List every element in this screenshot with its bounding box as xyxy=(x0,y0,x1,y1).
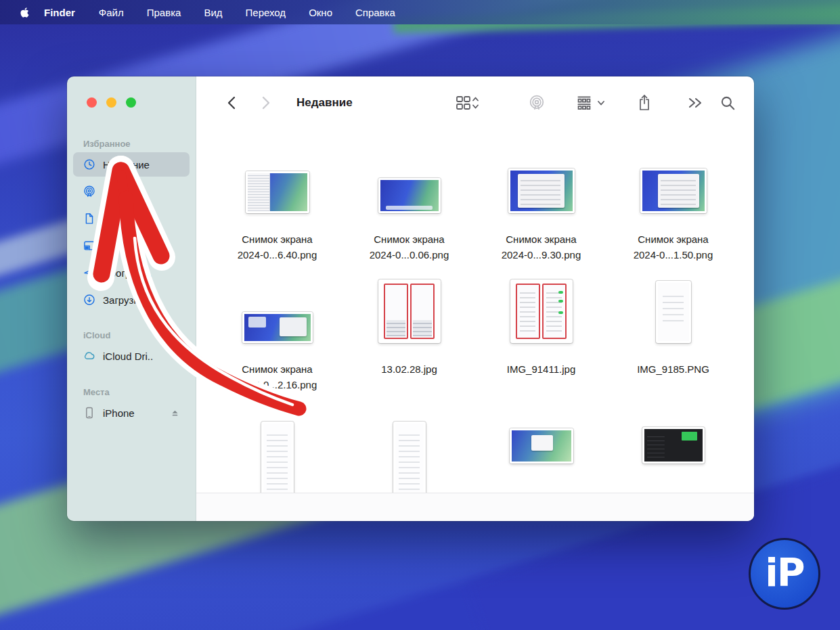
file-name: Снимок экрана2024-0...0.06.png xyxy=(370,231,449,263)
file-thumbnail-wrap xyxy=(510,415,573,476)
file-grid: Снимок экрана2024-0...6.40.pngСнимок экр… xyxy=(196,129,754,493)
sidebar-item-label: iCloud Dri.. xyxy=(103,351,153,362)
sidebar-item-label: Програм... xyxy=(103,267,152,279)
sidebar-item-icloud-dri-[interactable]: iCloud Dri.. xyxy=(73,344,190,368)
sidebar-section-header: Места xyxy=(83,387,196,397)
sidebar-section: ИзбранноеНедавниеAirDropДокумен...Програ… xyxy=(67,139,196,312)
more-toolbar-items-icon[interactable] xyxy=(686,95,704,111)
forward-icon[interactable] xyxy=(258,95,273,111)
menubar-app-name[interactable]: Finder xyxy=(39,7,87,18)
apple-menu-icon[interactable] xyxy=(20,6,32,18)
sidebar-item-загрузки[interactable]: Загрузки xyxy=(73,288,190,312)
thumbnail-mac-settings[interactable] xyxy=(508,168,575,213)
window-controls xyxy=(87,97,196,108)
file-thumbnail-wrap xyxy=(378,282,441,343)
minimize-button[interactable] xyxy=(106,97,116,108)
close-button[interactable] xyxy=(87,97,97,108)
file-thumbnail-wrap xyxy=(642,415,705,476)
sidebar-item-програм-[interactable]: Програм... xyxy=(73,261,190,285)
group-icon[interactable] xyxy=(575,94,605,112)
airdrop-icon xyxy=(82,185,96,199)
sidebar-item-label: Загрузки xyxy=(103,294,143,306)
window-main: Недавние xyxy=(196,76,754,521)
file-item[interactable]: Снимок экрана2024-0...0.06.png xyxy=(343,152,475,282)
sidebar-section-header: iCloud xyxy=(83,330,196,340)
file-name: IMG_91411.jpg xyxy=(507,361,575,377)
file-name: Снимок экрана2024-0...1.50.png xyxy=(634,231,713,263)
file-name: Снимок экрана2024-0...9.30.png xyxy=(502,231,581,263)
file-item[interactable] xyxy=(343,415,475,476)
search-icon[interactable] xyxy=(719,94,736,112)
bottom-strip xyxy=(196,493,754,521)
clock-icon xyxy=(82,158,96,172)
file-thumbnail-wrap xyxy=(378,152,441,213)
thumbnail-mac-desktop[interactable] xyxy=(378,178,441,213)
sidebar-section: МестаiPhone xyxy=(67,387,196,425)
airdrop-toolbar-icon[interactable] xyxy=(528,94,546,112)
file-thumbnail-wrap xyxy=(640,152,707,213)
finder-window: ИзбранноеНедавниеAirDropДокумен...Програ… xyxy=(67,76,754,521)
sidebar-item-label: Докумен... xyxy=(103,213,152,225)
zoom-button[interactable] xyxy=(126,97,136,108)
thumbnail-phone-single[interactable] xyxy=(656,281,691,343)
sidebar-section: iCloudiCloud Dri.. xyxy=(67,330,196,368)
sidebar-item-label: AirDrop xyxy=(103,186,137,198)
thumbnail-dark-app[interactable] xyxy=(642,427,705,464)
thumbnail-mac-finder[interactable] xyxy=(246,171,309,213)
file-item[interactable]: 13.02.28.jpg xyxy=(343,282,475,415)
file-thumbnail-wrap xyxy=(656,282,691,343)
thumbnail-mac-dialog[interactable] xyxy=(510,428,573,464)
menu-item[interactable]: Окно xyxy=(297,7,344,18)
view-selector-icon[interactable] xyxy=(455,94,479,112)
menu-item[interactable]: Правка xyxy=(135,7,193,18)
applications-icon xyxy=(82,266,96,280)
file-thumbnail-wrap xyxy=(393,415,426,476)
file-name: Снимок экрана2024-0...6.40.png xyxy=(238,231,317,263)
chevron-down-icon xyxy=(597,99,605,106)
share-icon[interactable] xyxy=(636,93,653,112)
file-item[interactable]: Снимок экрана2024-0...1.50.png xyxy=(607,152,739,282)
thumbnail-phone-tall[interactable] xyxy=(261,422,294,493)
window-title: Недавние xyxy=(296,96,353,110)
file-thumbnail-wrap xyxy=(508,152,575,213)
sidebar-item-label: iPhone xyxy=(103,407,135,419)
file-item[interactable]: Снимок экрана2024-0...6.40.png xyxy=(211,152,343,282)
file-item[interactable]: IMG_91411.jpg xyxy=(475,282,607,415)
file-item[interactable]: Снимок экрана2024-0...9.30.png xyxy=(475,152,607,282)
menu-item[interactable]: Вид xyxy=(192,7,234,18)
file-item[interactable]: Снимок экрана2024-0...2.16.png xyxy=(211,282,343,415)
ip-logo-text: iP xyxy=(765,550,803,595)
icloud-icon xyxy=(82,349,96,363)
file-item[interactable] xyxy=(475,415,607,476)
file-item[interactable] xyxy=(607,415,739,476)
file-item[interactable]: IMG_9185.PNG xyxy=(607,282,739,415)
sidebar-item-label: Недавние xyxy=(103,159,150,171)
sidebar-item-недавние[interactable]: Недавние xyxy=(73,152,190,177)
thumbnail-phone-pair-red2[interactable] xyxy=(510,279,573,343)
menu-item[interactable]: Справка xyxy=(344,7,407,18)
iphone-icon xyxy=(82,406,96,420)
back-icon[interactable] xyxy=(225,95,240,111)
ip-logo-watermark: iP xyxy=(749,538,820,610)
sidebar-item-докумен-[interactable]: Докумен... xyxy=(73,206,190,231)
sidebar-item-iphone[interactable]: iPhone xyxy=(73,401,190,425)
sidebar-item-desktop-icon[interactable] xyxy=(73,233,190,258)
file-name: IMG_9185.PNG xyxy=(637,361,709,377)
menu-item[interactable]: Файл xyxy=(87,7,135,18)
thumbnail-phone-pair-red[interactable] xyxy=(378,279,441,343)
menu-bar: Finder ФайлПравкаВидПереходОкноСправка xyxy=(0,0,840,24)
toolbar: Недавние xyxy=(196,76,754,129)
thumbnail-mac-settings2[interactable] xyxy=(640,168,707,213)
thumbnail-phone-tall[interactable] xyxy=(393,422,426,493)
menu-item[interactable]: Переход xyxy=(234,7,298,18)
file-name: 13.02.28.jpg xyxy=(381,361,437,377)
file-item[interactable] xyxy=(211,415,343,476)
sidebar-item-airdrop[interactable]: AirDrop xyxy=(73,179,190,204)
desktop-icon xyxy=(82,239,96,253)
thumbnail-mac-wide[interactable] xyxy=(242,312,313,343)
sidebar-section-header: Избранное xyxy=(83,139,196,149)
eject-icon[interactable] xyxy=(170,408,180,418)
file-thumbnail-wrap xyxy=(246,152,309,213)
file-thumbnail-wrap xyxy=(510,282,573,343)
sidebar: ИзбранноеНедавниеAirDropДокумен...Програ… xyxy=(67,76,196,521)
